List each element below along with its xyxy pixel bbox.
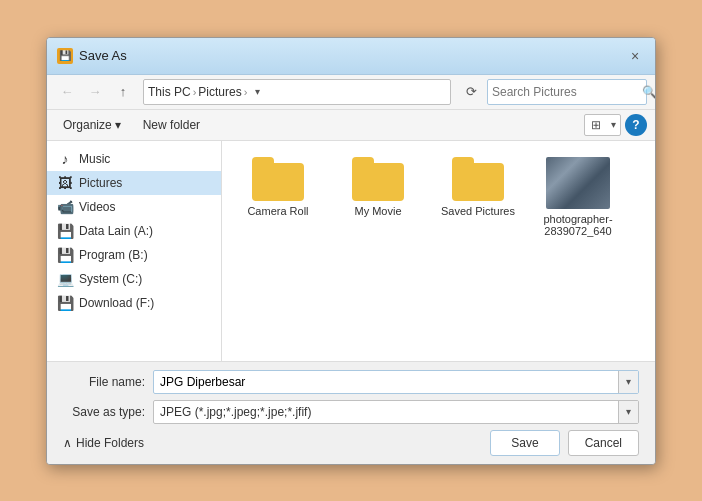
drive-a-icon: 💾 [57, 223, 73, 239]
photo-image [546, 157, 610, 209]
savetype-row: Save as type: JPEG (*.jpg;*.jpeg;*.jpe;*… [63, 400, 639, 424]
new-folder-button[interactable]: New folder [135, 115, 208, 135]
content-area: Camera Roll My Movie Saved Pictures [222, 141, 655, 361]
view-button-group: ⊞ ▾ [584, 114, 621, 136]
drive-c-icon: 💻 [57, 271, 73, 287]
folder-my-movie[interactable]: My Movie [338, 157, 418, 237]
folder-camera-roll[interactable]: Camera Roll [238, 157, 318, 237]
breadcrumb-root: This PC [148, 85, 191, 99]
view-icon-button[interactable]: ⊞ [585, 115, 607, 135]
folder-label: Camera Roll [247, 205, 308, 217]
toolbar-right: ⊞ ▾ ? [584, 114, 647, 136]
photo-thumbnail [546, 157, 610, 209]
sidebar-item-label: Download (F:) [79, 296, 154, 310]
save-as-dialog: 💾 Save As × ← → ↑ This PC › Pictures › ▾… [46, 37, 656, 465]
folder-icon [352, 157, 404, 201]
sidebar-item-data-lain[interactable]: 💾 Data Lain (A:) [47, 219, 221, 243]
dialog-icon: 💾 [57, 48, 73, 64]
search-input[interactable] [492, 85, 642, 99]
help-button[interactable]: ? [625, 114, 647, 136]
forward-button[interactable]: → [83, 80, 107, 104]
drive-b-icon: 💾 [57, 247, 73, 263]
hide-folders-icon: ∧ [63, 436, 72, 450]
sidebar-item-videos[interactable]: 📹 Videos [47, 195, 221, 219]
breadcrumb-sep1: › [193, 86, 197, 98]
savetype-select-container: JPEG (*.jpg;*.jpeg;*.jpe;*.jfif) ▾ [153, 400, 639, 424]
hide-folders-button[interactable]: ∧ Hide Folders [63, 436, 144, 450]
sidebar-item-system[interactable]: 💻 System (C:) [47, 267, 221, 291]
breadcrumb: This PC › Pictures › ▾ [143, 79, 451, 105]
search-box: 🔍 [487, 79, 647, 105]
filename-input[interactable] [154, 375, 618, 389]
pictures-icon: 🖼 [57, 175, 73, 191]
photo-label: photographer-2839072_640 [538, 213, 618, 237]
folder-label: My Movie [354, 205, 401, 217]
dialog-buttons: Save Cancel [490, 430, 639, 456]
dialog-title: Save As [79, 48, 127, 63]
savetype-dropdown-button[interactable]: ▾ [618, 401, 638, 423]
sidebar-item-program[interactable]: 💾 Program (B:) [47, 243, 221, 267]
sidebar-item-label: Videos [79, 200, 115, 214]
breadcrumb-dropdown[interactable]: ▾ [249, 84, 265, 100]
organize-button[interactable]: Organize ▾ [55, 115, 129, 135]
folder-label: Saved Pictures [441, 205, 515, 217]
sidebar-item-label: Music [79, 152, 110, 166]
filename-input-container: ▾ [153, 370, 639, 394]
back-button[interactable]: ← [55, 80, 79, 104]
search-icon: 🔍 [642, 85, 656, 99]
sidebar-item-label: System (C:) [79, 272, 142, 286]
folder-saved-pictures[interactable]: Saved Pictures [438, 157, 518, 237]
title-bar-left: 💾 Save As [57, 48, 127, 64]
photo-photographer[interactable]: photographer-2839072_640 [538, 157, 618, 237]
view-dropdown-button[interactable]: ▾ [607, 116, 620, 133]
filename-row: File name: ▾ [63, 370, 639, 394]
filename-dropdown-button[interactable]: ▾ [618, 371, 638, 393]
nav-bar: ← → ↑ This PC › Pictures › ▾ ⟳ 🔍 [47, 75, 655, 110]
main-area: ♪ Music 🖼 Pictures 📹 Videos 💾 Data Lain … [47, 141, 655, 361]
savetype-value: JPEG (*.jpg;*.jpeg;*.jpe;*.jfif) [154, 405, 618, 419]
savetype-label: Save as type: [63, 405, 153, 419]
hide-folders-label: Hide Folders [76, 436, 144, 450]
breadcrumb-sep2: › [244, 86, 248, 98]
up-button[interactable]: ↑ [111, 80, 135, 104]
sidebar-item-label: Data Lain (A:) [79, 224, 153, 238]
title-bar: 💾 Save As × [47, 38, 655, 75]
toolbar: Organize ▾ New folder ⊞ ▾ ? [47, 110, 655, 141]
sidebar-item-label: Program (B:) [79, 248, 148, 262]
folder-icon [252, 157, 304, 201]
sidebar-item-download[interactable]: 💾 Download (F:) [47, 291, 221, 315]
drive-f-icon: 💾 [57, 295, 73, 311]
sidebar-item-label: Pictures [79, 176, 122, 190]
close-button[interactable]: × [625, 46, 645, 66]
sidebar-item-pictures[interactable]: 🖼 Pictures [47, 171, 221, 195]
music-icon: ♪ [57, 151, 73, 167]
save-button[interactable]: Save [490, 430, 559, 456]
videos-icon: 📹 [57, 199, 73, 215]
filename-label: File name: [63, 375, 153, 389]
actions-row: ∧ Hide Folders Save Cancel [63, 430, 639, 456]
breadcrumb-current: Pictures [198, 85, 241, 99]
folder-icon [452, 157, 504, 201]
organize-dropdown-icon: ▾ [115, 118, 121, 132]
sidebar-item-music[interactable]: ♪ Music [47, 147, 221, 171]
bottom-area: File name: ▾ Save as type: JPEG (*.jpg;*… [47, 361, 655, 464]
cancel-button[interactable]: Cancel [568, 430, 639, 456]
sidebar: ♪ Music 🖼 Pictures 📹 Videos 💾 Data Lain … [47, 141, 222, 361]
refresh-button[interactable]: ⟳ [459, 80, 483, 104]
